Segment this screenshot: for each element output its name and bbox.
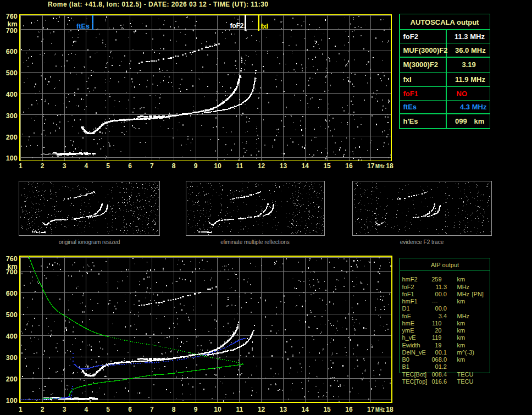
svg-text:20: 20 xyxy=(435,327,441,334)
svg-text:km: km xyxy=(457,342,465,348)
svg-text:008.4: 008.4 xyxy=(431,371,447,378)
svg-text:11.9 MHz: 11.9 MHz xyxy=(455,75,485,84)
svg-text:5: 5 xyxy=(106,162,110,170)
svg-text:hmE: hmE xyxy=(402,320,415,327)
svg-text:13: 13 xyxy=(280,162,287,170)
svg-text:10: 10 xyxy=(214,162,221,170)
svg-text:10: 10 xyxy=(214,406,221,413)
svg-text:7: 7 xyxy=(150,406,154,413)
svg-text:099: 099 xyxy=(455,117,467,125)
svg-text:M(3000)F2: M(3000)F2 xyxy=(403,60,439,69)
svg-text:17: 17 xyxy=(367,162,375,170)
svg-text:foF1: foF1 xyxy=(403,90,418,98)
svg-text:km: km xyxy=(457,327,465,334)
svg-text:400: 400 xyxy=(6,333,18,340)
svg-text:100: 100 xyxy=(6,397,18,405)
svg-text:D1: D1 xyxy=(402,305,410,312)
svg-text:500: 500 xyxy=(6,311,18,319)
svg-text:foE: foE xyxy=(402,313,412,319)
svg-text:2: 2 xyxy=(41,162,45,170)
svg-text:[PN]: [PN] xyxy=(472,291,484,297)
svg-text:NO: NO xyxy=(457,90,468,98)
svg-text:11.3 MHz: 11.3 MHz xyxy=(455,32,485,41)
svg-text:1: 1 xyxy=(19,162,23,170)
svg-text:MHz: MHz xyxy=(457,291,470,297)
svg-text:14: 14 xyxy=(302,406,309,413)
svg-text:3: 3 xyxy=(63,406,66,413)
svg-text:200: 200 xyxy=(6,134,18,141)
svg-text:17: 17 xyxy=(367,406,375,413)
svg-text:14: 14 xyxy=(302,162,309,170)
svg-text:200: 200 xyxy=(6,375,18,383)
svg-text:km: km xyxy=(457,334,465,341)
svg-text:---: --- xyxy=(432,298,438,305)
svg-text:16: 16 xyxy=(345,406,353,413)
svg-text:18: 18 xyxy=(386,406,394,413)
svg-text:9: 9 xyxy=(194,406,198,413)
svg-text:fxI: fxI xyxy=(403,75,412,84)
svg-text:foF1: foF1 xyxy=(402,291,414,297)
svg-text:MHz: MHz xyxy=(457,284,470,290)
svg-text:MHz: MHz xyxy=(457,313,470,319)
svg-text:km: km xyxy=(457,320,465,327)
svg-text:TEC[Top]: TEC[Top] xyxy=(402,378,428,385)
svg-text:36.0 MHz: 36.0 MHz xyxy=(455,46,486,54)
svg-text:4: 4 xyxy=(85,406,88,413)
svg-text:13: 13 xyxy=(280,406,287,413)
svg-text:259: 259 xyxy=(431,276,441,283)
svg-text:4.3 MHz: 4.3 MHz xyxy=(460,103,487,111)
svg-text:068.0: 068.0 xyxy=(431,356,447,363)
svg-text:B0: B0 xyxy=(402,356,409,363)
svg-text:km: km xyxy=(457,276,465,283)
svg-text:MHz: MHz xyxy=(375,407,385,413)
svg-text:300: 300 xyxy=(6,354,18,362)
svg-text:Ewidth: Ewidth xyxy=(402,342,420,348)
svg-text:00.0: 00.0 xyxy=(435,305,447,312)
svg-text:km: km xyxy=(457,356,465,363)
svg-text:12: 12 xyxy=(258,162,265,170)
svg-text:01.2: 01.2 xyxy=(435,363,447,370)
svg-text:ftEs: ftEs xyxy=(403,103,417,111)
svg-text:4: 4 xyxy=(85,162,88,170)
svg-text:km: km xyxy=(474,117,485,125)
svg-text:8: 8 xyxy=(172,162,176,170)
svg-text:00.1: 00.1 xyxy=(435,349,447,356)
svg-text:foF2: foF2 xyxy=(403,32,418,41)
svg-text:15: 15 xyxy=(323,406,331,413)
svg-text:2: 2 xyxy=(41,406,45,413)
svg-text:MHz: MHz xyxy=(375,163,385,169)
svg-text:500: 500 xyxy=(6,69,18,77)
svg-text:AUTOSCALA output: AUTOSCALA output xyxy=(411,18,480,26)
svg-text:3.4: 3.4 xyxy=(439,313,447,319)
svg-text:600: 600 xyxy=(6,290,18,297)
svg-text:AIP output: AIP output xyxy=(431,262,459,268)
svg-text:700: 700 xyxy=(6,268,18,276)
svg-text:00.0: 00.0 xyxy=(435,291,447,297)
svg-text:19: 19 xyxy=(435,342,441,348)
svg-text:5: 5 xyxy=(106,406,110,413)
svg-text:original ionogram resized: original ionogram resized xyxy=(59,239,120,245)
svg-text:hmF2: hmF2 xyxy=(402,276,418,283)
svg-text:16: 16 xyxy=(345,162,353,170)
svg-text:6: 6 xyxy=(128,162,132,170)
svg-text:119: 119 xyxy=(432,334,442,341)
svg-text:3: 3 xyxy=(63,162,66,170)
svg-text:11.3: 11.3 xyxy=(435,284,447,290)
svg-text:11: 11 xyxy=(236,162,243,170)
svg-text:12: 12 xyxy=(258,406,265,413)
svg-text:B1: B1 xyxy=(402,363,409,370)
svg-text:760: 760 xyxy=(6,13,18,20)
svg-text:foF2: foF2 xyxy=(230,22,244,30)
svg-text:fxI: fxI xyxy=(261,23,269,30)
svg-text:18: 18 xyxy=(386,162,394,170)
svg-text:MUF(3000)F2: MUF(3000)F2 xyxy=(403,46,448,54)
svg-text:100: 100 xyxy=(6,154,18,162)
svg-text:ymE: ymE xyxy=(402,327,414,334)
svg-text:hmF1: hmF1 xyxy=(402,298,418,305)
svg-text:TEC[Bot]: TEC[Bot] xyxy=(402,371,427,378)
svg-text:110: 110 xyxy=(432,320,442,327)
svg-text:evidence F2 trace: evidence F2 trace xyxy=(400,239,444,245)
svg-text:016.6: 016.6 xyxy=(431,378,447,385)
svg-text:7: 7 xyxy=(150,162,154,170)
svg-text:DelN_vE: DelN_vE xyxy=(402,349,426,356)
